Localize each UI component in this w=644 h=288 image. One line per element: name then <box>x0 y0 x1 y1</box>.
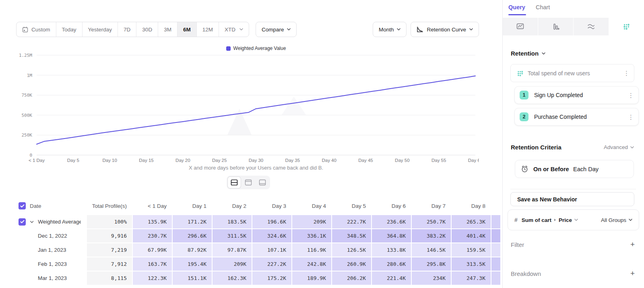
retention-value-cell[interactable]: 175.2K <box>252 271 292 286</box>
range-7d[interactable]: 7D <box>118 22 136 37</box>
retention-value-cell[interactable]: 116.9K <box>292 243 332 257</box>
column-header[interactable]: Day 2 <box>213 197 252 215</box>
granularity-button[interactable]: Month <box>373 22 407 37</box>
retention-value-cell[interactable]: 296.6K <box>173 229 213 243</box>
total-profiles-cell[interactable]: 8,115 <box>87 271 133 286</box>
row-label-cell[interactable]: Feb 1, 2023 <box>16 257 87 271</box>
criteria-condition-card[interactable]: On or Before Each Day <box>515 160 634 178</box>
total-profiles-cell[interactable]: 7,912 <box>87 257 133 271</box>
tab-funnels[interactable] <box>538 18 574 35</box>
column-header[interactable]: Day 6 <box>372 197 412 215</box>
tab-query[interactable]: Query <box>508 4 525 15</box>
retention-value-cell[interactable]: 196.6K <box>252 215 292 229</box>
retention-value-cell[interactable]: 209K <box>292 215 332 229</box>
add-breakdown-button[interactable]: + <box>630 269 635 278</box>
retention-value-cell[interactable]: 183.5K <box>213 215 252 229</box>
retention-value-cell[interactable]: 383.2K <box>412 229 452 243</box>
range-6m[interactable]: 6M <box>177 22 196 37</box>
retention-section-header[interactable]: Retention <box>511 50 545 57</box>
row-checkbox[interactable] <box>19 202 26 209</box>
row-label-cell[interactable]: Weighted Average ... <box>16 215 87 229</box>
tab-chart[interactable]: Chart <box>536 4 550 15</box>
retention-value-cell[interactable]: 122.3K <box>133 271 173 286</box>
retention-value-cell[interactable]: 146.5K <box>412 243 452 257</box>
retention-value-cell[interactable]: 242.8K <box>292 257 332 271</box>
retention-value-cell[interactable]: 348.5K <box>332 229 372 243</box>
column-header[interactable]: Day 5 <box>332 197 372 215</box>
column-header[interactable]: Day 7 <box>412 197 452 215</box>
retention-value-cell[interactable]: 135.9K <box>133 215 173 229</box>
retention-value-cell[interactable]: 260.9K <box>332 257 372 271</box>
retention-value-cell[interactable]: 324.6K <box>252 229 292 243</box>
chart-legend[interactable]: Weighted Average Value <box>37 46 475 51</box>
all-groups-dropdown[interactable]: All Groups <box>601 217 632 223</box>
behavior-card[interactable]: Total spend of new users ⋮ <box>510 64 634 82</box>
kebab-menu-icon[interactable]: ⋮ <box>628 114 634 120</box>
retention-value-cell[interactable]: 222.7K <box>332 215 372 229</box>
retention-value-cell[interactable]: 250.7K <box>412 215 452 229</box>
total-profiles-cell[interactable]: 9,916 <box>87 229 133 243</box>
column-header[interactable]: Total Profile(s) <box>87 197 133 215</box>
retention-value-cell-partial[interactable] <box>491 271 501 286</box>
retention-curve-line[interactable] <box>37 76 475 144</box>
property-dropdown[interactable]: Sum of cart Price <box>522 217 597 223</box>
tab-flows[interactable] <box>574 18 609 35</box>
retention-value-cell[interactable]: 163.7K <box>133 257 173 271</box>
column-header[interactable]: < 1 Day <box>133 197 173 215</box>
retention-value-cell[interactable]: 227.2K <box>252 257 292 271</box>
retention-value-cell[interactable]: 247.3K <box>452 271 491 286</box>
retention-value-cell[interactable]: 265.3K <box>452 215 491 229</box>
layout-split-toggle[interactable] <box>228 177 241 188</box>
range-3m[interactable]: 3M <box>158 22 177 37</box>
retention-value-cell[interactable]: 280.6K <box>372 257 412 271</box>
range-12m[interactable]: 12M <box>196 22 219 37</box>
layout-table-toggle[interactable] <box>256 177 269 188</box>
add-filter-button[interactable]: + <box>630 240 635 249</box>
advanced-dropdown[interactable]: Advanced <box>604 144 634 150</box>
retention-value-cell[interactable]: 97.87K <box>213 243 252 257</box>
step-row-purchase[interactable]: 2 Purchase Completed ⋮ <box>514 108 639 126</box>
retention-value-cell[interactable]: 221.4K <box>372 271 412 286</box>
retention-value-cell[interactable]: 313.5K <box>452 257 491 271</box>
retention-value-cell[interactable]: 67.99K <box>133 243 173 257</box>
retention-value-cell[interactable]: 295.8K <box>412 257 452 271</box>
retention-value-cell[interactable]: 159.5K <box>452 243 491 257</box>
column-header[interactable]: Day 4 <box>292 197 332 215</box>
retention-value-cell[interactable]: 151.1K <box>173 271 213 286</box>
retention-value-cell-partial[interactable] <box>491 243 501 257</box>
retention-value-cell[interactable]: 364.8K <box>372 229 412 243</box>
range-yesterday[interactable]: Yesterday <box>82 22 118 37</box>
kebab-menu-icon[interactable]: ⋮ <box>628 92 634 98</box>
retention-value-cell[interactable]: 195.4K <box>173 257 213 271</box>
range-today[interactable]: Today <box>56 22 82 37</box>
retention-value-cell[interactable]: 206.2K <box>332 271 372 286</box>
column-header[interactable]: Day 3 <box>252 197 292 215</box>
row-label-cell[interactable]: Jan 1, 2023 <box>16 243 87 257</box>
retention-value-cell[interactable]: 133.8K <box>372 243 412 257</box>
layout-chart-toggle[interactable] <box>242 177 255 188</box>
retention-value-cell[interactable]: 236.6K <box>372 215 412 229</box>
column-header[interactable]: Day 1 <box>173 197 213 215</box>
retention-value-cell[interactable]: 87.92K <box>173 243 213 257</box>
chevron-down-icon[interactable] <box>30 220 34 224</box>
retention-value-cell[interactable]: 107.1K <box>252 243 292 257</box>
retention-value-cell[interactable]: 126.5K <box>332 243 372 257</box>
tab-retention[interactable] <box>609 18 644 35</box>
column-header[interactable]: Day 8 <box>452 197 491 215</box>
row-label-cell[interactable]: Mar 1, 2023 <box>16 271 87 286</box>
range-custom[interactable]: Custom <box>17 22 56 37</box>
total-profiles-cell[interactable]: 7,219 <box>87 243 133 257</box>
retention-value-cell[interactable]: 401.4K <box>452 229 491 243</box>
step-row-sign-up[interactable]: 1 Sign Up Completed ⋮ <box>514 86 639 104</box>
retention-value-cell-partial[interactable] <box>491 215 501 229</box>
row-checkbox[interactable] <box>19 218 26 226</box>
retention-value-cell[interactable]: 311.5K <box>213 229 252 243</box>
retention-value-cell[interactable]: 162.3K <box>213 271 252 286</box>
retention-value-cell-partial[interactable] <box>491 257 501 271</box>
retention-value-cell[interactable]: 209K <box>213 257 252 271</box>
kebab-menu-icon[interactable]: ⋮ <box>623 70 629 76</box>
retention-value-cell[interactable]: 336.1K <box>292 229 332 243</box>
compare-button[interactable]: Compare <box>256 22 297 37</box>
range-xtd[interactable]: XTD <box>219 22 249 37</box>
retention-value-cell[interactable]: 189.9K <box>292 271 332 286</box>
